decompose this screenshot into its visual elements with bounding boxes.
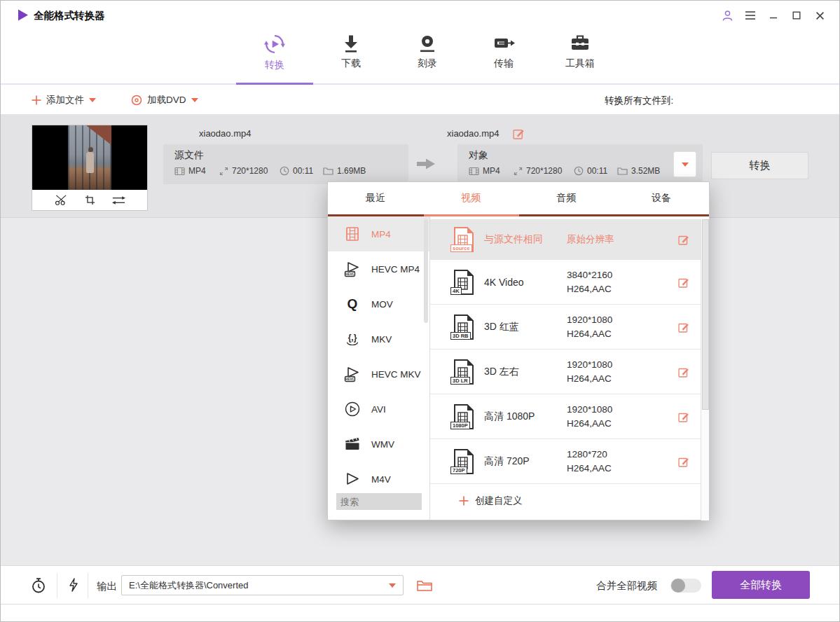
convert-all-to-label: 转换所有文件到: [605, 95, 673, 107]
target-duration: 00:11 [574, 166, 607, 176]
source-duration: 00:11 [280, 166, 313, 176]
bottom-bar: 输出 E:\全能格式转换器\Converted 合并全部视频 全部转换 [1, 565, 839, 604]
preset-list: source 与源文件相同 原始分辨率 4K 4K Video 3840*216… [430, 216, 709, 520]
video-thumbnail [32, 125, 147, 190]
tab-burn[interactable]: 刻录 [403, 29, 452, 83]
arrow-right-icon [417, 158, 435, 170]
sidebar-scrollbar[interactable] [424, 219, 428, 323]
preset-row-3d-lr[interactable]: 3D LR 3D 左右 1920*1080 H264,AAC [430, 350, 702, 394]
popup-tab-video[interactable]: 视频 [423, 182, 518, 214]
edit-preset-icon[interactable] [678, 234, 689, 245]
toolbox-icon [569, 33, 591, 54]
source-file-name: xiaodao.mp4 [199, 128, 251, 139]
maximize-button[interactable] [790, 8, 804, 22]
convert-button[interactable]: 转换 [711, 152, 808, 179]
target-resolution: 720*1280 [514, 166, 562, 176]
format-item-hevc-mp4[interactable]: HEVC MP4 [328, 251, 429, 286]
tab-download[interactable]: 下载 [326, 29, 376, 83]
format-item-mov[interactable]: Q MOV [328, 286, 429, 322]
play-triangle-icon [343, 471, 362, 486]
plus-icon [459, 496, 469, 506]
film-icon [469, 167, 479, 176]
toolbar: 添加文件 加载DVD 转换中 转换完成 转换所有文件到: MP4 Video [1, 85, 839, 114]
svg-text:{,}: {,} [348, 333, 357, 343]
format-item-hevc-mkv[interactable]: HEVC MKV [328, 357, 429, 392]
target-format: MP4 [469, 166, 500, 176]
edit-preset-icon[interactable] [678, 411, 689, 422]
popup-tab-recent[interactable]: 最近 [328, 182, 423, 214]
preset-row-720p[interactable]: 720P 高清 720P 1280*720 H264,AAC [430, 439, 702, 484]
target-info-panel: 对象 MP4 720*1280 00:11 3.52MB [457, 144, 703, 184]
filmstrip-icon [343, 226, 362, 242]
convert-all-button[interactable]: 全部转换 [712, 571, 810, 599]
schedule-alarm-icon[interactable] [30, 577, 47, 594]
resolution-icon [219, 167, 228, 176]
tab-transfer[interactable]: 传输 [479, 29, 528, 83]
preset-row-4k[interactable]: 4K 4K Video 3840*2160 H264,AAC [430, 260, 702, 305]
source-resolution: 720*1280 [219, 166, 268, 176]
close-button[interactable] [813, 8, 827, 22]
format-item-mkv[interactable]: {,} MKV [328, 322, 429, 357]
clapperboard-icon [343, 436, 362, 452]
main-nav: 转换 下载 刻录 传输 工具箱 [1, 29, 839, 83]
plus-icon [32, 95, 41, 105]
format-item-mp4[interactable]: MP4 [328, 216, 429, 251]
high-speed-bolt-icon[interactable] [68, 578, 78, 592]
app-title: 全能格式转换器 [34, 9, 105, 22]
popup-tab-device[interactable]: 设备 [614, 182, 709, 214]
hevc-play-icon [343, 366, 362, 382]
effects-adjust-icon[interactable] [112, 195, 125, 205]
account-icon[interactable] [720, 8, 734, 22]
nav-divider [1, 83, 839, 85]
menu-icon[interactable] [743, 8, 757, 22]
crop-icon[interactable] [85, 195, 95, 205]
format-item-avi[interactable]: AVI [328, 392, 429, 427]
rename-edit-icon[interactable] [513, 127, 525, 139]
edit-preset-icon[interactable] [678, 366, 689, 378]
tab-toolbox[interactable]: 工具箱 [556, 29, 605, 83]
app-window: 全能格式转换器 转换 下载 刻录 传输 [0, 0, 840, 622]
divider [88, 573, 88, 598]
format-dropdown-button[interactable] [673, 151, 696, 177]
preset-doc-icon: source [453, 227, 475, 252]
preset-scrollbar-thumb[interactable] [702, 219, 709, 410]
merge-toggle[interactable] [670, 579, 701, 593]
target-file-name: xiaodao.mp4 [447, 128, 499, 139]
target-size: 3.52MB [617, 166, 660, 176]
preset-scrollbar[interactable] [701, 219, 709, 520]
convert-icon [263, 33, 286, 55]
preset-doc-icon: 720P [453, 449, 475, 474]
source-size: 1.69MB [323, 166, 366, 176]
hevc-play-icon [343, 261, 362, 277]
load-dvd-button[interactable]: 加载DVD [131, 85, 198, 114]
merge-all-label: 合并全部视频 [596, 579, 657, 593]
clock-icon [280, 166, 289, 176]
format-sidebar: MP4 HEVC MP4 Q MOV {,} [328, 216, 430, 520]
tab-convert[interactable]: 转换 [250, 29, 299, 83]
edit-preset-icon[interactable] [678, 277, 689, 288]
minimize-button[interactable] [766, 8, 780, 22]
open-folder-icon[interactable] [417, 579, 432, 591]
edit-preset-icon[interactable] [678, 322, 689, 333]
trim-scissors-icon[interactable] [55, 194, 68, 206]
edit-preset-icon[interactable] [678, 456, 689, 467]
output-path-select[interactable]: E:\全能格式转换器\Converted [121, 575, 404, 595]
video-thumbnail-card [32, 125, 148, 211]
caret-down-icon [191, 98, 198, 102]
preset-row-source[interactable]: source 与源文件相同 原始分辨率 [430, 219, 702, 260]
preset-doc-icon: 3D LR [453, 359, 475, 385]
play-circle-icon [343, 401, 362, 417]
app-logo-icon [18, 9, 29, 21]
divider [57, 573, 57, 598]
active-tab-underline [236, 83, 313, 85]
popup-tab-audio[interactable]: 音频 [518, 182, 614, 214]
format-item-wmv[interactable]: WMV [328, 427, 429, 462]
create-custom-button[interactable]: 创建自定义 [459, 495, 523, 507]
format-item-m4v[interactable]: M4V [328, 462, 429, 486]
format-search-input[interactable] [336, 493, 422, 510]
toggle-knob [671, 579, 685, 593]
resolution-icon [514, 167, 523, 176]
preset-row-1080p[interactable]: 1080P 高清 1080P 1920*1080 H264,AAC [430, 394, 702, 439]
add-files-button[interactable]: 添加文件 [32, 85, 96, 114]
preset-row-3d-rb[interactable]: 3D RB 3D 红蓝 1920*1080 H264,AAC [430, 305, 702, 350]
